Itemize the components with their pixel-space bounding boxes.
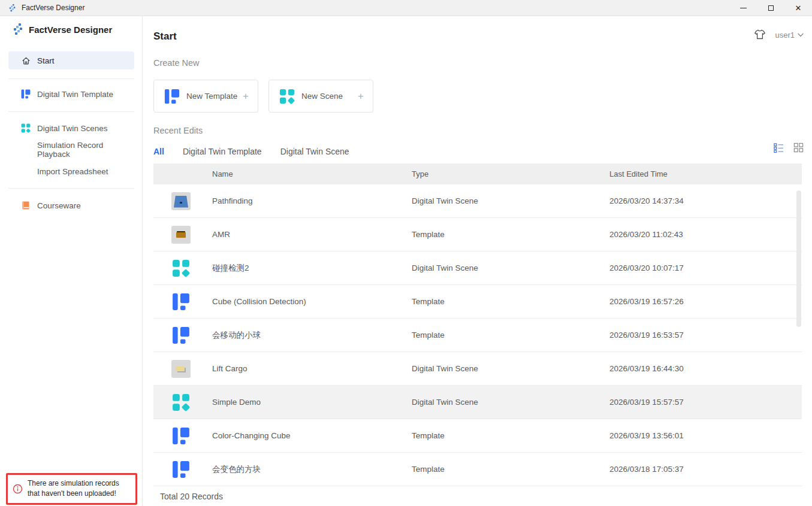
- scene-thumbnail: [171, 360, 191, 378]
- row-name: Color-Changing Cube: [212, 431, 412, 440]
- row-icon-cell: [153, 360, 212, 378]
- table-row[interactable]: PathfindingDigital Twin Scene2026/03/20 …: [153, 184, 802, 218]
- table-row[interactable]: Color-Changing CubeTemplate2026/03/19 13…: [153, 419, 802, 453]
- row-icon-cell: [153, 293, 212, 311]
- plus-icon: +: [358, 90, 364, 102]
- tab-all[interactable]: All: [153, 147, 164, 156]
- row-last-edited-time: 2026/03/20 11:02:43: [609, 230, 802, 239]
- card-label: New Scene: [301, 92, 343, 101]
- table-row[interactable]: 会移动的小球Template2026/03/19 16:53:57: [153, 319, 802, 352]
- page-title: Start: [153, 31, 177, 43]
- sidebar-item-import-spreadsheet[interactable]: Import Spreadsheet: [8, 162, 134, 180]
- sidebar-item-digital-twin-template[interactable]: Digital Twin Template: [8, 85, 134, 103]
- grid-view-icon[interactable]: [793, 143, 804, 153]
- create-new-cards: New Template + New Scene +: [153, 80, 373, 113]
- table-row[interactable]: Lift CargoDigital Twin Scene2026/03/19 1…: [153, 352, 802, 386]
- tab-digital-twin-template[interactable]: Digital Twin Template: [183, 147, 262, 156]
- template-thumbnail: [171, 226, 191, 244]
- table-row[interactable]: 会变色的方块Template2026/03/18 17:05:37: [153, 453, 802, 486]
- close-icon: ✕: [795, 4, 802, 12]
- recent-tabs: All Digital Twin Template Digital Twin S…: [153, 147, 349, 156]
- sidebar-item-label: Start: [37, 56, 55, 65]
- window-close-button[interactable]: ✕: [784, 0, 812, 16]
- row-name: 碰撞检测2: [212, 263, 412, 274]
- row-last-edited-time: 2026/03/20 10:07:17: [609, 263, 802, 272]
- column-header-type: Type: [412, 169, 609, 178]
- user-menu[interactable]: user1: [775, 31, 804, 40]
- upload-alert[interactable]: There are simulation records that haven'…: [6, 473, 137, 505]
- column-header-last-edited-time: Last Edited Time: [609, 169, 802, 178]
- sidebar-divider: [8, 111, 134, 112]
- shirt-icon[interactable]: [753, 29, 766, 41]
- row-name: Cube (Collision Detection): [212, 297, 412, 306]
- recent-edits-label: Recent Edits: [153, 126, 203, 135]
- sidebar-divider: [8, 78, 134, 79]
- template-icon: [20, 89, 31, 99]
- list-view-icon[interactable]: [774, 143, 784, 153]
- row-name: Lift Cargo: [212, 364, 412, 373]
- row-last-edited-time: 2026/03/19 16:44:30: [609, 364, 802, 373]
- sidebar-item-simulation-record-playback[interactable]: Simulation Record Playback: [8, 141, 134, 159]
- window-titlebar: FactVerse Designer ✕: [0, 0, 812, 16]
- window-minimize-button[interactable]: [729, 0, 757, 16]
- sidebar-item-courseware[interactable]: Courseware: [8, 196, 134, 214]
- app-logo-icon: [12, 23, 24, 36]
- plus-icon: +: [243, 90, 249, 102]
- row-type: Digital Twin Scene: [412, 263, 609, 272]
- window-title: FactVerse Designer: [22, 4, 84, 12]
- alert-text: There are simulation records that haven'…: [28, 478, 131, 499]
- table-row[interactable]: AMRTemplate2026/03/20 11:02:43: [153, 218, 802, 252]
- book-icon: [20, 200, 31, 211]
- main-content: Start user1 Create New New Template + Ne…: [143, 16, 812, 506]
- row-last-edited-time: 2026/03/19 16:57:26: [609, 297, 802, 306]
- tab-digital-twin-scene[interactable]: Digital Twin Scene: [280, 147, 349, 156]
- view-toggles: [774, 143, 804, 153]
- user-area: user1: [753, 29, 804, 41]
- row-last-edited-time: 2026/03/19 15:57:57: [609, 398, 802, 407]
- table-row[interactable]: Cube (Collision Detection)Template2026/0…: [153, 285, 802, 319]
- row-type: Template: [412, 297, 609, 306]
- row-icon-cell: [153, 460, 212, 478]
- info-icon: [13, 484, 23, 494]
- scene-icon: [171, 259, 191, 277]
- table-row[interactable]: Simple DemoDigital Twin Scene2026/03/19 …: [153, 386, 802, 419]
- row-name: Pathfinding: [212, 196, 412, 205]
- row-type: Digital Twin Scene: [412, 398, 609, 407]
- row-icon-cell: [153, 326, 212, 344]
- row-type: Digital Twin Scene: [412, 364, 609, 373]
- row-type: Template: [412, 230, 609, 239]
- row-icon-cell: [153, 226, 212, 244]
- row-last-edited-time: 2026/03/18 17:05:37: [609, 465, 802, 474]
- table-row[interactable]: 碰撞检测2Digital Twin Scene2026/03/20 10:07:…: [153, 252, 802, 285]
- new-scene-button[interactable]: New Scene +: [268, 80, 373, 113]
- scene-icon: [20, 123, 31, 134]
- window-maximize-button[interactable]: [757, 0, 784, 16]
- row-type: Template: [412, 431, 609, 440]
- row-type: Digital Twin Scene: [412, 196, 609, 205]
- sidebar-item-label: Courseware: [37, 201, 81, 210]
- sidebar-item-start[interactable]: Start: [8, 51, 134, 69]
- new-template-button[interactable]: New Template +: [153, 80, 258, 113]
- row-name: 会变色的方块: [212, 464, 412, 475]
- sidebar-item-label: Simulation Record Playback: [37, 141, 134, 159]
- row-last-edited-time: 2026/03/19 16:53:57: [609, 331, 802, 340]
- row-icon-cell: [153, 192, 212, 210]
- row-name: AMR: [212, 230, 412, 239]
- scene-thumbnail: [171, 192, 191, 210]
- sidebar-item-digital-twin-scenes[interactable]: Digital Twin Scenes: [8, 119, 134, 137]
- chevron-down-icon: [798, 33, 804, 37]
- template-icon: [171, 326, 191, 344]
- card-label: New Template: [186, 92, 237, 101]
- maximize-icon: [768, 5, 774, 11]
- row-type: Template: [412, 465, 609, 474]
- scene-icon: [171, 393, 191, 411]
- column-header-name: Name: [212, 169, 412, 178]
- sidebar-item-label: Digital Twin Template: [37, 90, 113, 99]
- row-icon-cell: [153, 259, 212, 277]
- brand: FactVerse Designer: [12, 23, 112, 36]
- table-scrollbar[interactable]: [796, 190, 801, 327]
- row-name: 会移动的小球: [212, 330, 412, 341]
- create-new-label: Create New: [153, 58, 200, 68]
- scene-icon: [279, 89, 295, 104]
- template-icon: [171, 427, 191, 445]
